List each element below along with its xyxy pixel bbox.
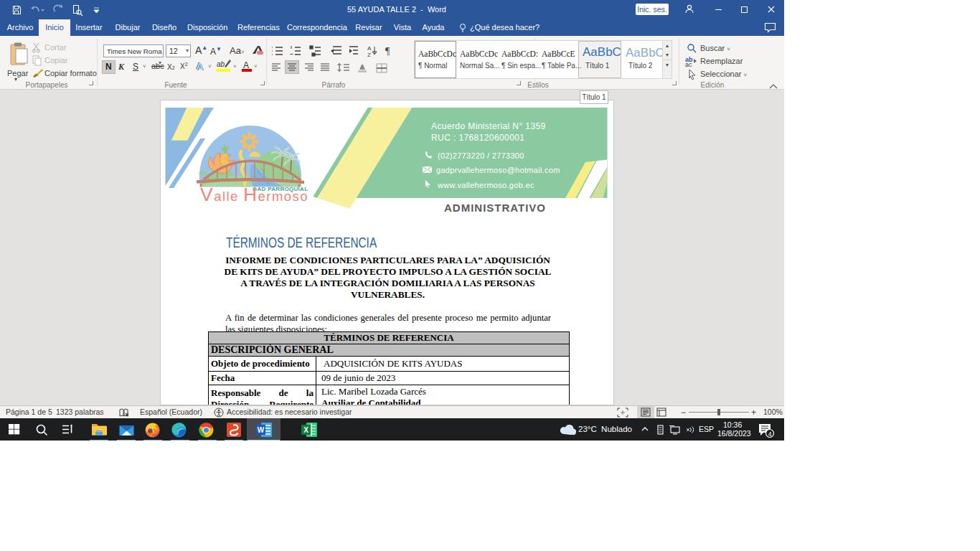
svg-text:W: W (258, 426, 265, 434)
svg-text:4: 4 (768, 430, 772, 438)
svg-text:¶: ¶ (385, 46, 390, 57)
svg-text:A: A (367, 45, 372, 52)
svg-text:ac: ac (685, 61, 692, 67)
svg-text:X: X (303, 426, 308, 434)
svg-text:Z: Z (367, 52, 371, 57)
